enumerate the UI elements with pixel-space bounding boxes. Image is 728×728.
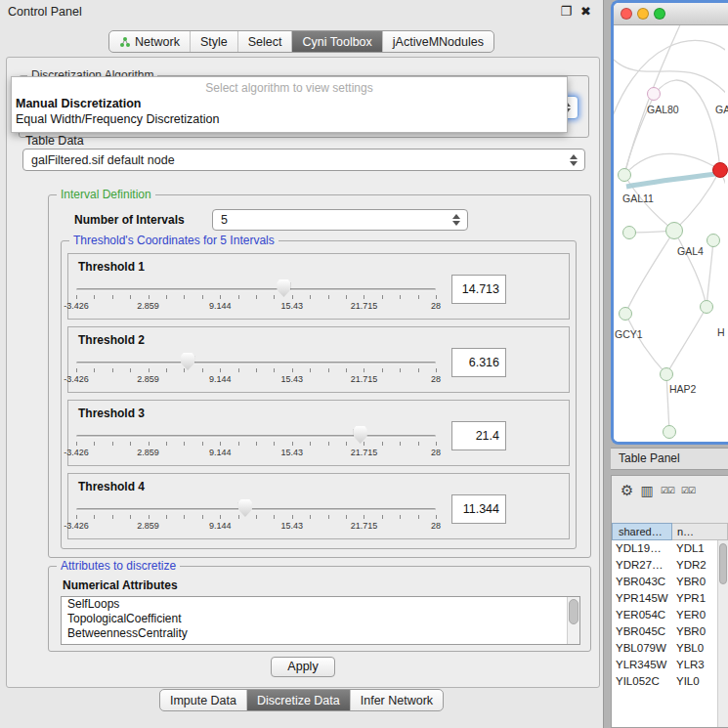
threshold-slider[interactable]: -3.4262.8599.14415.4321.71528 [76, 277, 436, 316]
cell-name: YBL0 [672, 640, 717, 657]
threshold-label: Threshold 4 [78, 480, 561, 493]
table-panel-titlebar[interactable]: Table Panel [611, 448, 728, 470]
tick-mark [184, 442, 185, 446]
table-row[interactable]: YBR043CYBR0 [612, 574, 717, 590]
columns-icon[interactable]: ▥ [640, 483, 653, 498]
tick-label: 21.715 [351, 374, 378, 384]
tab-impute-data[interactable]: Impute Data [160, 690, 247, 710]
tick-mark [112, 515, 113, 519]
table-row[interactable]: YDL19…YDL1 [612, 540, 717, 557]
tab-select[interactable]: Select [238, 31, 293, 52]
network-node[interactable] [618, 168, 631, 182]
network-node[interactable] [712, 162, 728, 178]
network-node[interactable] [700, 300, 713, 314]
cell-shared-name: YLR345W [612, 657, 672, 673]
tick-label: -3.426 [64, 374, 89, 384]
attributes-scrollbar[interactable] [567, 597, 579, 644]
threshold-panel: Threshold 4-3.4262.8599.14415.4321.71528… [67, 473, 570, 539]
threshold-value-field[interactable]: 11.344 [451, 494, 506, 524]
column-header-shared-name[interactable]: shared… [612, 523, 672, 540]
network-view-window: GAL80GAGAL11GAL4GCY1HHAP2 [611, 0, 728, 445]
tick-mark [346, 515, 347, 519]
scrollbar-thumb[interactable] [719, 543, 727, 584]
number-of-intervals-combo[interactable]: 5 [212, 209, 468, 231]
tick-mark [76, 515, 77, 519]
slider-handle-icon[interactable] [354, 426, 367, 444]
bottom-tab-bar: Impute Data Discretize Data Infer Networ… [0, 689, 603, 711]
cell-shared-name: YDL19… [612, 540, 672, 557]
tab-style[interactable]: Style [191, 31, 238, 52]
tab-network[interactable]: Network [109, 31, 191, 52]
attributes-list[interactable]: SelfLoopsTopologicalCoefficientBetweenne… [61, 596, 580, 645]
tick-mark [256, 515, 257, 519]
cell-name: YDL1 [672, 540, 717, 557]
network-canvas[interactable]: GAL80GAGAL11GAL4GCY1HHAP2 [614, 25, 728, 442]
tick-mark [292, 515, 293, 519]
network-node[interactable] [663, 425, 676, 439]
threshold-value-field[interactable]: 21.4 [451, 421, 506, 450]
network-node-label: HAP2 [669, 383, 696, 395]
table-row[interactable]: YER054CYER0 [612, 607, 717, 623]
list-item[interactable]: SelfLoops [62, 597, 579, 612]
zoom-traffic-icon[interactable] [654, 8, 665, 20]
table-header-row: shared… n… [612, 523, 728, 540]
network-node[interactable] [660, 367, 673, 381]
table-row[interactable]: YIL052CYIL0 [612, 673, 717, 690]
table-panel-title: Table Panel [619, 451, 680, 465]
threshold-slider[interactable]: -3.4262.8599.14415.4321.71528 [76, 350, 436, 389]
network-node[interactable] [707, 234, 720, 247]
float-window-icon[interactable]: ❐ [560, 4, 572, 19]
tick-label: -3.426 [64, 448, 89, 457]
slider-track [76, 362, 436, 364]
dropdown-item-manual-discretization[interactable]: Manual Discretization [12, 96, 567, 111]
network-node[interactable] [622, 226, 636, 239]
tick-mark [202, 442, 203, 446]
tab-jactivemnodules[interactable]: jActiveMNodules [383, 31, 493, 52]
tab-cyni-toolbox[interactable]: Cyni Toolbox [292, 31, 382, 52]
network-icon [119, 36, 131, 48]
network-window-titlebar[interactable] [614, 3, 728, 25]
close-window-icon[interactable]: ✖ [580, 4, 591, 19]
dropdown-item-equal-width-frequency[interactable]: Equal Width/Frequency Discretization [12, 111, 567, 127]
list-item[interactable]: TopologicalCoefficient [62, 612, 579, 626]
table-row[interactable]: YLR345WYLR3 [612, 657, 717, 673]
threshold-value-field[interactable]: 6.316 [451, 348, 506, 377]
slider-handle-icon[interactable] [277, 279, 290, 297]
tick-mark [94, 295, 95, 299]
table-row[interactable]: YDR27…YDR2 [612, 557, 717, 574]
threshold-slider[interactable]: -3.4262.8599.14415.4321.71528 [76, 496, 436, 535]
tick-mark [292, 295, 293, 299]
cell-name: YER0 [672, 607, 717, 623]
window-titlebar[interactable]: Control Panel ❐ ✖ [0, 0, 603, 23]
tab-discretize-data[interactable]: Discretize Data [247, 690, 351, 710]
network-node[interactable] [647, 87, 661, 101]
tick-mark [256, 442, 257, 446]
table-row[interactable]: YBR045CYBR0 [612, 623, 717, 640]
table-scrollbar[interactable] [717, 540, 728, 727]
slider-handle-icon[interactable] [238, 499, 252, 517]
slider-handle-icon[interactable] [181, 353, 194, 370]
list-item[interactable]: BetweennessCentrality [62, 626, 579, 641]
network-node[interactable] [665, 222, 683, 239]
algorithm-dropdown-popup: Select algorithm to view settings Manual… [11, 76, 568, 133]
column-header-name[interactable]: n… [672, 523, 728, 540]
network-node[interactable] [619, 307, 632, 321]
table-data-combo[interactable]: galFiltered.sif default node [22, 149, 585, 171]
apply-button[interactable]: Apply [271, 657, 335, 677]
threshold-value-field[interactable]: 14.713 [451, 275, 506, 304]
table-data-label: Table Data [25, 134, 84, 148]
minimize-traffic-icon[interactable] [637, 8, 649, 20]
gear-icon[interactable]: ⚙ [621, 482, 633, 499]
tab-infer-network[interactable]: Infer Network [351, 690, 443, 710]
tick-label: 15.43 [281, 448, 304, 457]
table-body[interactable]: YDL19…YDL1YDR27…YDR2YBR043CYBR0YPR145WYP… [612, 540, 717, 727]
threshold-slider[interactable]: -3.4262.8599.14415.4321.71528 [76, 423, 436, 462]
scrollbar-thumb[interactable] [569, 599, 578, 624]
select-all-icon[interactable]: ☑☑ [661, 486, 674, 495]
tick-label: 2.859 [137, 521, 159, 531]
table-row[interactable]: YBL079WYBL0 [612, 640, 717, 657]
select-rows-icon[interactable]: ☑☑ [681, 486, 695, 495]
tick-mark [166, 295, 167, 299]
close-traffic-icon[interactable] [621, 8, 632, 20]
table-row[interactable]: YPR145WYPR1 [612, 590, 717, 607]
